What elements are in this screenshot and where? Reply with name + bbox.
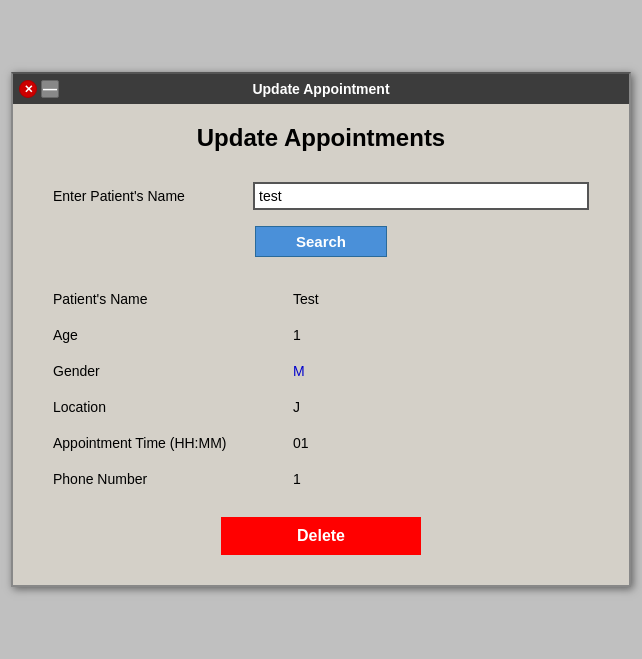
table-row: Patient's NameTest bbox=[53, 281, 589, 317]
field-label: Location bbox=[53, 399, 293, 415]
field-value: M bbox=[293, 363, 305, 379]
table-row: LocationJ bbox=[53, 389, 589, 425]
page-title: Update Appointments bbox=[53, 124, 589, 152]
field-label: Appointment Time (HH:MM) bbox=[53, 435, 293, 451]
field-value: J bbox=[293, 399, 300, 415]
search-button[interactable]: Search bbox=[255, 226, 387, 257]
patient-name-input[interactable] bbox=[253, 182, 589, 210]
delete-button[interactable]: Delete bbox=[221, 517, 421, 555]
close-button[interactable]: ✕ bbox=[19, 80, 37, 98]
field-label: Phone Number bbox=[53, 471, 293, 487]
minimize-button[interactable]: — bbox=[41, 80, 59, 98]
window-content: Update Appointments Enter Patient's Name… bbox=[13, 104, 629, 585]
delete-button-row: Delete bbox=[53, 517, 589, 555]
patient-name-label: Enter Patient's Name bbox=[53, 188, 253, 204]
field-label: Age bbox=[53, 327, 293, 343]
table-row: Appointment Time (HH:MM)01 bbox=[53, 425, 589, 461]
field-value: Test bbox=[293, 291, 319, 307]
window-title: Update Appointment bbox=[252, 81, 389, 97]
field-label: Gender bbox=[53, 363, 293, 379]
patient-data-section: Patient's NameTestAge1GenderMLocationJAp… bbox=[53, 281, 589, 497]
field-label: Patient's Name bbox=[53, 291, 293, 307]
field-value: 1 bbox=[293, 471, 301, 487]
table-row: GenderM bbox=[53, 353, 589, 389]
field-value: 1 bbox=[293, 327, 301, 343]
patient-name-row: Enter Patient's Name bbox=[53, 182, 589, 210]
main-window: ✕ — Update Appointment Update Appointmen… bbox=[11, 72, 631, 587]
title-bar: ✕ — Update Appointment bbox=[13, 74, 629, 104]
window-controls: ✕ — bbox=[19, 80, 59, 98]
search-button-row: Search bbox=[53, 226, 589, 257]
table-row: Phone Number1 bbox=[53, 461, 589, 497]
table-row: Age1 bbox=[53, 317, 589, 353]
field-value: 01 bbox=[293, 435, 309, 451]
